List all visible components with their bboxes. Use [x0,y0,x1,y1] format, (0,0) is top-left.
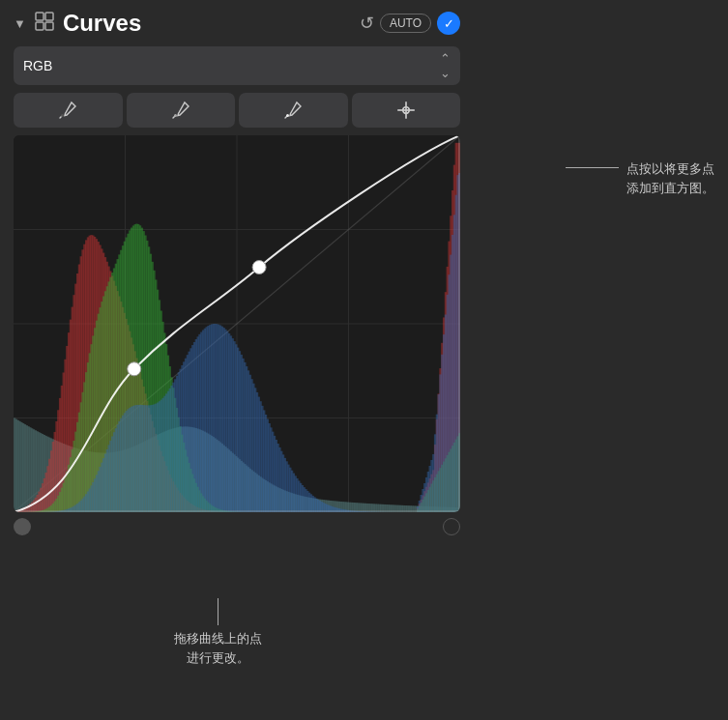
callout-right-text: 点按以将更多点 添加到直方图。 [626,159,714,197]
svg-point-6 [286,114,289,117]
auto-button[interactable]: AUTO [380,14,431,33]
svg-rect-1 [45,13,53,20]
callout-bottom-connector [218,598,218,625]
histogram-area[interactable] [14,135,460,512]
reset-button[interactable]: ↺ [360,13,374,34]
grid-icon [34,11,55,36]
add-point-callout: 点按以将更多点 添加到直方图。 [566,159,714,197]
tool-buttons-row [14,93,460,128]
header-row: ▼ Curves ↺ AUTO ✓ [14,10,460,37]
gray-eyedropper-button[interactable] [127,93,236,128]
svg-rect-2 [36,22,44,30]
drag-point-callout: 拖移曲线上的点 进行更改。 [174,598,262,667]
confirm-button[interactable]: ✓ [437,12,460,35]
svg-rect-3 [45,22,53,30]
white-eyedropper-button[interactable] [239,93,348,128]
callout-bottom-text: 拖移曲线上的点 进行更改。 [174,629,262,667]
rgb-channel-selector[interactable]: RGB ⌃⌄ [14,46,460,85]
drag-handles-row [14,514,460,539]
main-container: ▼ Curves ↺ AUTO ✓ RGB ⌃⌄ [0,0,728,720]
svg-point-5 [174,114,177,117]
header-controls: ↺ AUTO ✓ [360,12,460,35]
shadow-drag-handle[interactable] [14,518,31,535]
black-eyedropper-button[interactable] [14,93,123,128]
svg-rect-0 [36,13,44,20]
add-point-button[interactable] [352,93,461,128]
selector-arrows-icon: ⌃⌄ [440,51,451,80]
rgb-selector-label: RGB [23,58,52,73]
curves-panel: ▼ Curves ↺ AUTO ✓ RGB ⌃⌄ [0,0,474,539]
highlight-drag-handle[interactable] [443,518,460,535]
panel-title: Curves [63,10,352,37]
svg-point-4 [61,114,64,117]
expand-chevron-icon[interactable]: ▼ [14,16,26,31]
callout-right-connector [566,167,619,168]
curves-canvas [14,135,460,512]
